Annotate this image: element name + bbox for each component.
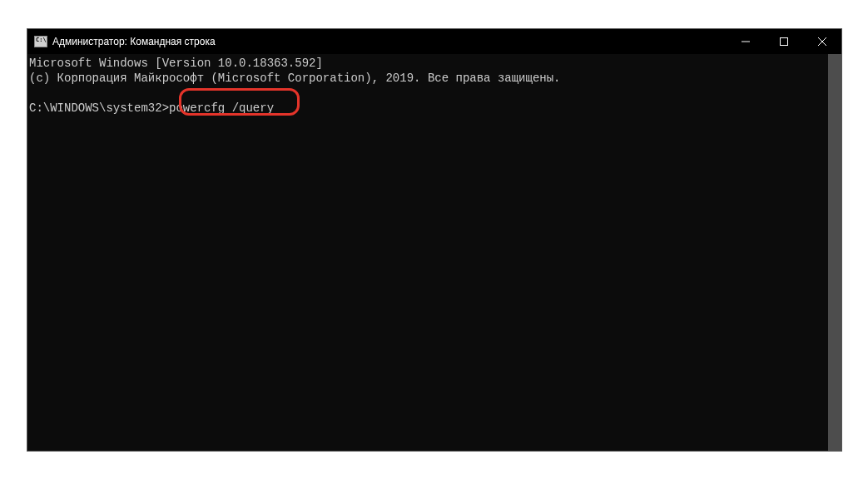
terminal-area[interactable]: Microsoft Windows [Version 10.0.18363.59…	[27, 54, 841, 451]
cmd-icon: C:\	[34, 36, 47, 47]
scrollbar[interactable]	[828, 54, 841, 451]
blank-line	[29, 86, 841, 101]
scrollbar-thumb[interactable]	[828, 54, 841, 451]
command-prompt-window: C:\ Администратор: Командная строка Micr…	[27, 28, 842, 452]
output-line: Microsoft Windows [Version 10.0.18363.59…	[29, 56, 841, 71]
command-input[interactable]: powercfg /query	[169, 101, 274, 115]
minimize-icon	[742, 37, 750, 46]
titlebar[interactable]: C:\ Администратор: Командная строка	[27, 29, 841, 54]
maximize-icon	[780, 37, 788, 46]
window-title: Администратор: Командная строка	[52, 36, 216, 47]
maximize-button[interactable]	[765, 29, 803, 54]
svg-rect-1	[781, 38, 788, 46]
terminal-content: Microsoft Windows [Version 10.0.18363.59…	[29, 56, 841, 116]
output-line: (c) Корпорация Майкрософт (Microsoft Cor…	[29, 71, 841, 86]
prompt-line: C:\WINDOWS\system32>powercfg /query	[29, 101, 841, 116]
cmd-icon-glyph: C:\	[35, 37, 47, 44]
minimize-button[interactable]	[727, 29, 765, 54]
prompt: C:\WINDOWS\system32>	[29, 101, 169, 115]
window-controls	[727, 29, 841, 54]
close-button[interactable]	[803, 29, 841, 54]
close-icon	[818, 37, 826, 46]
